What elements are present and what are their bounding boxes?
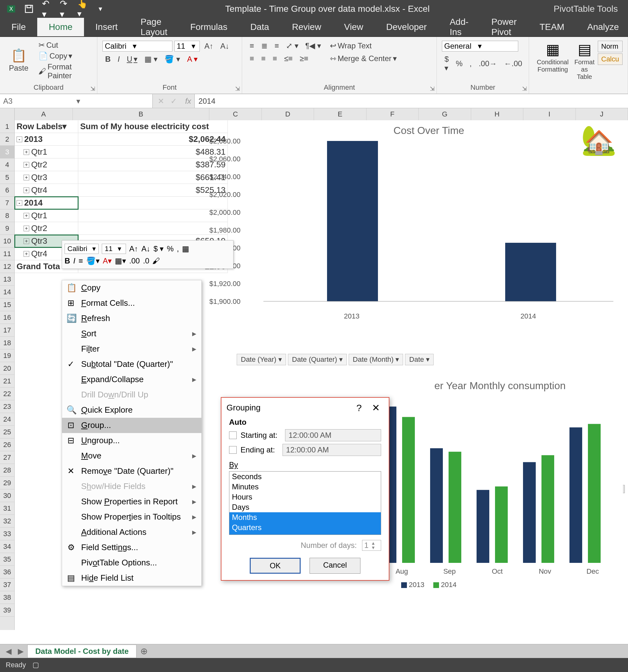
context-menu-item[interactable]: 🔄Refresh: [62, 311, 201, 326]
filter-date-year[interactable]: Date (Year) ▾: [237, 354, 286, 365]
mini-format-painter-icon[interactable]: 🖌: [152, 257, 160, 265]
cell[interactable]: +Qtr1: [15, 146, 78, 159]
mini-align-icon[interactable]: ≡: [78, 257, 83, 265]
mini-italic-icon[interactable]: I: [73, 257, 75, 265]
mini-comma-icon[interactable]: ,: [177, 244, 179, 253]
paste-button[interactable]: Paste: [6, 63, 31, 73]
align-bottom-icon[interactable]: ≡: [272, 41, 282, 51]
bold-button[interactable]: B: [102, 54, 113, 64]
redo-icon[interactable]: ↷ ▾: [60, 4, 69, 14]
expand-collapse-icon[interactable]: +: [24, 149, 29, 155]
name-box[interactable]: A3▾: [0, 94, 153, 108]
alignment-launcher-icon[interactable]: ⇲: [430, 85, 435, 92]
decrease-font-icon[interactable]: A↓: [218, 41, 232, 51]
expand-collapse-icon[interactable]: +: [24, 225, 29, 231]
clipboard-launcher-icon[interactable]: ⇲: [90, 85, 95, 92]
style-normal[interactable]: Norm: [598, 41, 623, 52]
tab-developer[interactable]: Developer: [375, 18, 438, 36]
chart-cost-over-time[interactable]: Cost Over Time 🏡 $2,080.00$2,060.00$2,04…: [235, 120, 623, 340]
row-header[interactable]: 20: [0, 362, 14, 375]
row-header[interactable]: 30: [0, 489, 14, 502]
grouping-option[interactable]: Days: [230, 502, 381, 512]
tab-data[interactable]: Data: [239, 18, 281, 36]
ending-at-checkbox[interactable]: [229, 446, 237, 454]
cell[interactable]: +Qtr4: [15, 184, 78, 197]
orientation-icon[interactable]: ⤢ ▾: [284, 41, 301, 51]
dialog-help-icon[interactable]: ?: [350, 403, 368, 413]
cell[interactable]: +Qtr3: [15, 171, 78, 184]
cell[interactable]: [78, 197, 228, 209]
cell[interactable]: $525.13: [78, 184, 228, 197]
underline-button[interactable]: U ▾: [124, 54, 140, 64]
style-calculation[interactable]: Calcu: [598, 53, 623, 65]
context-menu-item[interactable]: Additional Actions▸: [62, 525, 201, 540]
context-menu-item[interactable]: ⊞Format Cells...: [62, 295, 201, 311]
mini-percent-icon[interactable]: %: [167, 244, 173, 253]
grouping-option[interactable]: Minutes: [230, 482, 381, 492]
filter-date-month[interactable]: Date (Month) ▾: [349, 354, 403, 365]
conditional-formatting-icon[interactable]: ▦: [546, 41, 560, 58]
mini-decrease-font-icon[interactable]: A↓: [141, 244, 150, 253]
mini-accounting-icon[interactable]: $ ▾: [153, 244, 164, 253]
column-header[interactable]: J: [576, 108, 628, 120]
align-top-icon[interactable]: ≡: [247, 41, 257, 51]
cell[interactable]: +Qtr2: [15, 222, 78, 235]
grouping-option[interactable]: Years: [230, 533, 381, 535]
mini-fill-icon[interactable]: 🪣▾: [86, 257, 100, 265]
expand-collapse-icon[interactable]: -: [17, 137, 22, 142]
row-header[interactable]: 26: [0, 438, 14, 451]
row-header[interactable]: 7: [0, 197, 14, 209]
mini-inc-decimal-icon[interactable]: .00: [129, 257, 140, 265]
row-header[interactable]: 9: [0, 222, 14, 235]
align-middle-icon[interactable]: ≣: [259, 41, 270, 51]
row-header[interactable]: 6: [0, 184, 14, 197]
row-header[interactable]: 23: [0, 400, 14, 413]
expand-collapse-icon[interactable]: +: [24, 187, 29, 193]
filter-date[interactable]: Date ▾: [405, 354, 434, 365]
grouping-option[interactable]: Hours: [230, 492, 381, 502]
accounting-format-icon[interactable]: $ ▾: [442, 54, 451, 73]
context-menu-item[interactable]: Show Properties in Report▸: [62, 494, 201, 509]
cell[interactable]: Sum of My house electricity cost: [78, 120, 228, 133]
expand-collapse-icon[interactable]: +: [24, 213, 29, 219]
sheet-tab-active[interactable]: Data Model - Cost by date: [27, 645, 137, 658]
column-header[interactable]: I: [523, 108, 576, 120]
tab-addins[interactable]: Add-Ins: [438, 18, 480, 36]
mini-font-color-icon[interactable]: A▾: [103, 257, 112, 265]
fill-color-button[interactable]: 🪣 ▾: [162, 54, 183, 64]
tab-home[interactable]: Home: [37, 18, 84, 36]
number-launcher-icon[interactable]: ⇲: [522, 85, 527, 92]
tab-view[interactable]: View: [333, 18, 375, 36]
cell[interactable]: -2014: [15, 197, 78, 209]
comma-icon[interactable]: ,: [467, 58, 474, 69]
mini-dec-decimal-icon[interactable]: .0: [143, 257, 149, 265]
row-header[interactable]: 14: [0, 286, 14, 298]
row-header[interactable]: 5: [0, 171, 14, 184]
cell[interactable]: [78, 222, 228, 235]
grouping-by-listbox[interactable]: SecondsMinutesHoursDaysMonthsQuartersYea…: [229, 471, 381, 535]
align-center-icon[interactable]: ≡: [259, 53, 268, 64]
increase-decimal-icon[interactable]: .00→: [476, 58, 500, 69]
context-menu-item[interactable]: ⊡Group...: [62, 418, 201, 433]
row-header[interactable]: 15: [0, 298, 14, 311]
ok-button[interactable]: OK: [250, 558, 300, 574]
formula-input[interactable]: 2014: [194, 94, 628, 108]
tab-file[interactable]: File: [0, 18, 37, 36]
cell[interactable]: [78, 209, 228, 222]
numdays-spinner[interactable]: 1▲▼: [362, 540, 381, 551]
row-header[interactable]: 24: [0, 413, 14, 426]
save-icon[interactable]: [24, 4, 34, 14]
font-size-combo[interactable]: 11▾: [174, 41, 200, 51]
context-menu-item[interactable]: Expand/Collapse▸: [62, 372, 201, 387]
row-header[interactable]: 35: [0, 553, 14, 566]
expand-collapse-icon[interactable]: +: [24, 162, 29, 168]
tab-powerpivot[interactable]: Power Pivot: [480, 18, 528, 36]
cell[interactable]: +Qtr1: [15, 209, 78, 222]
tab-insert[interactable]: Insert: [84, 18, 129, 36]
column-header[interactable]: G: [419, 108, 471, 120]
font-launcher-icon[interactable]: ⇲: [235, 85, 240, 92]
context-menu-item[interactable]: Show Properties in Tooltips▸: [62, 509, 201, 525]
cut-button[interactable]: ✂Cut: [36, 40, 94, 50]
row-header[interactable]: 18: [0, 337, 14, 350]
context-menu-item[interactable]: ✕Remove "Date (Quarter)": [62, 463, 201, 479]
